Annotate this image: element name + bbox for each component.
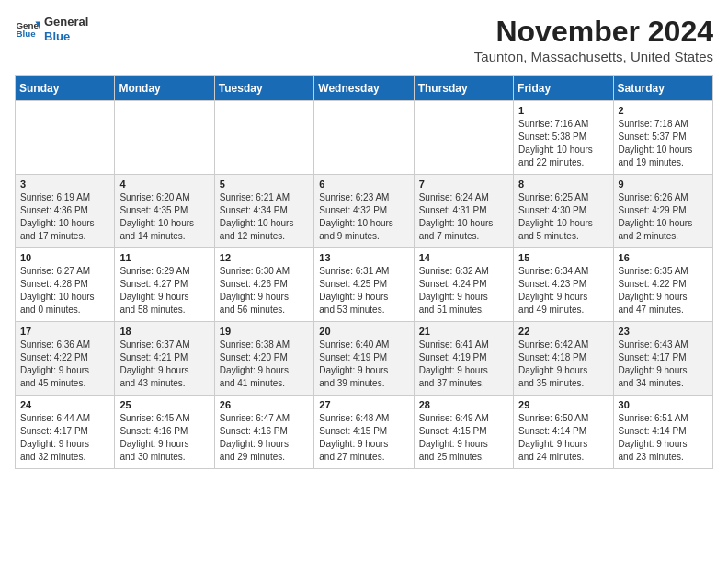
day-info: Sunrise: 6:36 AM Sunset: 4:22 PM Dayligh…: [20, 339, 109, 390]
calendar-cell: 7Sunrise: 6:24 AM Sunset: 4:31 PM Daylig…: [414, 175, 513, 248]
day-number: 16: [619, 252, 708, 263]
calendar-cell: 9Sunrise: 6:26 AM Sunset: 4:29 PM Daylig…: [613, 175, 712, 248]
day-info: Sunrise: 6:41 AM Sunset: 4:19 PM Dayligh…: [419, 339, 508, 390]
day-info: Sunrise: 6:31 AM Sunset: 4:25 PM Dayligh…: [319, 265, 408, 316]
calendar-cell: 2Sunrise: 7:18 AM Sunset: 5:37 PM Daylig…: [613, 101, 712, 175]
day-info: Sunrise: 6:45 AM Sunset: 4:16 PM Dayligh…: [119, 412, 209, 464]
calendar-cell: 26Sunrise: 6:47 AM Sunset: 4:16 PM Dayli…: [214, 396, 313, 469]
day-number: 6: [319, 178, 408, 190]
calendar-cell: 15Sunrise: 6:34 AM Sunset: 4:23 PM Dayli…: [514, 248, 613, 322]
day-number: 20: [319, 326, 408, 337]
calendar-cell: 24Sunrise: 6:44 AM Sunset: 4:17 PM Dayli…: [16, 396, 115, 469]
calendar-body: 1Sunrise: 7:16 AM Sunset: 5:38 PM Daylig…: [16, 101, 713, 469]
day-info: Sunrise: 6:21 AM Sunset: 4:34 PM Dayligh…: [220, 191, 309, 243]
day-info: Sunrise: 6:19 AM Sunset: 4:36 PM Dayligh…: [20, 191, 109, 243]
day-number: 25: [119, 399, 209, 410]
calendar-cell: [16, 101, 115, 175]
day-number: 29: [518, 399, 608, 410]
calendar-cell: 21Sunrise: 6:41 AM Sunset: 4:19 PM Dayli…: [414, 322, 513, 396]
weekday-header: Thursday: [414, 76, 513, 101]
calendar-cell: 14Sunrise: 6:32 AM Sunset: 4:24 PM Dayli…: [414, 248, 513, 322]
day-number: 24: [20, 399, 109, 410]
calendar-cell: 28Sunrise: 6:49 AM Sunset: 4:15 PM Dayli…: [414, 396, 513, 469]
calendar-cell: 27Sunrise: 6:48 AM Sunset: 4:15 PM Dayli…: [314, 396, 414, 469]
day-number: 23: [619, 326, 708, 337]
logo-icon: General Blue: [15, 17, 40, 42]
day-info: Sunrise: 6:42 AM Sunset: 4:18 PM Dayligh…: [518, 339, 608, 390]
day-info: Sunrise: 6:25 AM Sunset: 4:30 PM Dayligh…: [518, 191, 608, 243]
day-number: 2: [619, 105, 708, 116]
svg-text:Blue: Blue: [16, 29, 36, 39]
calendar-cell: 18Sunrise: 6:37 AM Sunset: 4:21 PM Dayli…: [115, 322, 214, 396]
day-info: Sunrise: 6:34 AM Sunset: 4:23 PM Dayligh…: [518, 265, 608, 316]
day-number: 10: [20, 252, 109, 263]
day-number: 19: [220, 326, 309, 337]
day-info: Sunrise: 6:29 AM Sunset: 4:27 PM Dayligh…: [119, 265, 209, 316]
day-number: 1: [518, 105, 608, 116]
calendar-cell: 19Sunrise: 6:38 AM Sunset: 4:20 PM Dayli…: [214, 322, 313, 396]
day-number: 30: [619, 399, 708, 410]
calendar-cell: 1Sunrise: 7:16 AM Sunset: 5:38 PM Daylig…: [514, 101, 613, 175]
day-info: Sunrise: 6:26 AM Sunset: 4:29 PM Dayligh…: [619, 191, 708, 243]
day-info: Sunrise: 7:18 AM Sunset: 5:37 PM Dayligh…: [619, 118, 708, 169]
day-info: Sunrise: 6:51 AM Sunset: 4:14 PM Dayligh…: [619, 412, 708, 464]
weekday-header: Saturday: [613, 76, 712, 101]
day-number: 22: [518, 326, 608, 337]
calendar-cell: 20Sunrise: 6:40 AM Sunset: 4:19 PM Dayli…: [314, 322, 414, 396]
calendar-cell: 13Sunrise: 6:31 AM Sunset: 4:25 PM Dayli…: [314, 248, 414, 322]
day-info: Sunrise: 6:49 AM Sunset: 4:15 PM Dayligh…: [419, 412, 508, 464]
day-number: 17: [20, 326, 109, 337]
calendar-week-row: 24Sunrise: 6:44 AM Sunset: 4:17 PM Dayli…: [16, 396, 713, 469]
calendar-cell: 22Sunrise: 6:42 AM Sunset: 4:18 PM Dayli…: [514, 322, 613, 396]
calendar-cell: 23Sunrise: 6:43 AM Sunset: 4:17 PM Dayli…: [613, 322, 712, 396]
day-info: Sunrise: 6:38 AM Sunset: 4:20 PM Dayligh…: [220, 339, 309, 390]
day-number: 27: [319, 399, 408, 410]
calendar-cell: 4Sunrise: 6:20 AM Sunset: 4:35 PM Daylig…: [115, 175, 214, 248]
calendar-cell: 10Sunrise: 6:27 AM Sunset: 4:28 PM Dayli…: [16, 248, 115, 322]
calendar-cell: 29Sunrise: 6:50 AM Sunset: 4:14 PM Dayli…: [514, 396, 613, 469]
logo-line1: General: [44, 15, 88, 29]
day-number: 18: [119, 326, 209, 337]
day-info: Sunrise: 6:20 AM Sunset: 4:35 PM Dayligh…: [119, 191, 209, 243]
day-info: Sunrise: 6:47 AM Sunset: 4:16 PM Dayligh…: [220, 412, 309, 464]
weekday-header: Tuesday: [214, 76, 313, 101]
day-number: 5: [220, 178, 309, 190]
day-info: Sunrise: 6:35 AM Sunset: 4:22 PM Dayligh…: [619, 265, 708, 316]
calendar-cell: 8Sunrise: 6:25 AM Sunset: 4:30 PM Daylig…: [514, 175, 613, 248]
day-info: Sunrise: 7:16 AM Sunset: 5:38 PM Dayligh…: [518, 118, 608, 169]
calendar-cell: 5Sunrise: 6:21 AM Sunset: 4:34 PM Daylig…: [214, 175, 313, 248]
calendar-table: SundayMondayTuesdayWednesdayThursdayFrid…: [15, 75, 713, 469]
page-header: General Blue General Blue November 2024 …: [15, 15, 713, 64]
calendar-cell: [314, 101, 414, 175]
day-number: 21: [419, 326, 508, 337]
day-info: Sunrise: 6:48 AM Sunset: 4:15 PM Dayligh…: [319, 412, 408, 464]
calendar-cell: 30Sunrise: 6:51 AM Sunset: 4:14 PM Dayli…: [613, 396, 712, 469]
calendar-cell: [115, 101, 214, 175]
calendar-cell: 12Sunrise: 6:30 AM Sunset: 4:26 PM Dayli…: [214, 248, 313, 322]
calendar-week-row: 3Sunrise: 6:19 AM Sunset: 4:36 PM Daylig…: [16, 175, 713, 248]
day-number: 14: [419, 252, 508, 263]
day-number: 13: [319, 252, 408, 263]
logo: General Blue General Blue: [15, 15, 88, 43]
calendar-week-row: 1Sunrise: 7:16 AM Sunset: 5:38 PM Daylig…: [16, 101, 713, 175]
day-info: Sunrise: 6:44 AM Sunset: 4:17 PM Dayligh…: [20, 412, 109, 464]
calendar-week-row: 10Sunrise: 6:27 AM Sunset: 4:28 PM Dayli…: [16, 248, 713, 322]
day-number: 28: [419, 399, 508, 410]
day-info: Sunrise: 6:50 AM Sunset: 4:14 PM Dayligh…: [518, 412, 608, 464]
weekday-header: Sunday: [16, 76, 115, 101]
calendar-cell: 25Sunrise: 6:45 AM Sunset: 4:16 PM Dayli…: [115, 396, 214, 469]
calendar-week-row: 17Sunrise: 6:36 AM Sunset: 4:22 PM Dayli…: [16, 322, 713, 396]
month-title: November 2024: [474, 15, 713, 49]
calendar-cell: 3Sunrise: 6:19 AM Sunset: 4:36 PM Daylig…: [16, 175, 115, 248]
weekday-header: Monday: [115, 76, 214, 101]
day-number: 3: [20, 178, 109, 190]
calendar-cell: [414, 101, 513, 175]
day-info: Sunrise: 6:40 AM Sunset: 4:19 PM Dayligh…: [319, 339, 408, 390]
calendar-cell: 6Sunrise: 6:23 AM Sunset: 4:32 PM Daylig…: [314, 175, 414, 248]
calendar-cell: 16Sunrise: 6:35 AM Sunset: 4:22 PM Dayli…: [613, 248, 712, 322]
calendar-cell: 11Sunrise: 6:29 AM Sunset: 4:27 PM Dayli…: [115, 248, 214, 322]
day-number: 12: [220, 252, 309, 263]
calendar-cell: [214, 101, 313, 175]
day-info: Sunrise: 6:43 AM Sunset: 4:17 PM Dayligh…: [619, 339, 708, 390]
day-info: Sunrise: 6:24 AM Sunset: 4:31 PM Dayligh…: [419, 191, 508, 243]
